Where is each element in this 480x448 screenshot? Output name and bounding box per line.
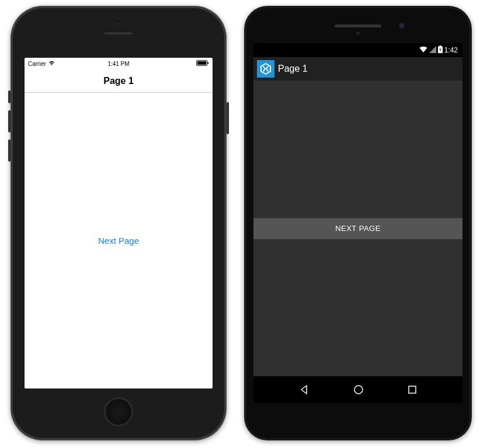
home-button[interactable] — [353, 384, 364, 396]
android-bezel: 1:42 Page 1 NEXT PAGE — [246, 8, 469, 438]
ios-power-button — [227, 102, 229, 134]
battery-icon — [196, 61, 209, 67]
ios-volume-up — [8, 110, 11, 132]
carrier-label: Carrier — [28, 61, 46, 67]
next-page-button[interactable]: Next Page — [98, 236, 139, 246]
svg-rect-8 — [409, 386, 416, 393]
ios-status-bar: Carrier 1:41 PM — [25, 58, 213, 69]
ios-volume-down — [8, 139, 11, 162]
app-icon — [257, 60, 274, 78]
recents-button[interactable] — [407, 384, 418, 395]
ios-front-camera — [117, 21, 121, 25]
android-screen: 1:42 Page 1 NEXT PAGE — [253, 43, 462, 403]
ios-home-button[interactable] — [104, 397, 133, 426]
ios-screen: Carrier 1:41 PM Page 1 Next Page — [25, 58, 213, 388]
page-title: Page 1 — [278, 64, 308, 74]
signal-icon — [429, 46, 436, 55]
ios-mute-switch — [8, 90, 11, 103]
ios-page-content: Next Page — [25, 93, 213, 388]
ios-earpiece — [104, 32, 133, 34]
svg-point-7 — [354, 386, 363, 394]
time-label: 1:41 PM — [107, 61, 129, 67]
android-action-bar: Page 1 — [253, 57, 462, 80]
svg-rect-2 — [208, 62, 209, 64]
time-label: 1:42 — [444, 46, 458, 54]
battery-icon — [438, 46, 443, 55]
ios-bezel: Carrier 1:41 PM Page 1 Next Page — [13, 8, 224, 438]
ios-volume-buttons — [8, 90, 11, 169]
page-title: Page 1 — [103, 76, 134, 86]
android-front-camera — [399, 23, 405, 29]
ios-status-left: Carrier — [28, 61, 55, 67]
back-button[interactable] — [298, 384, 310, 396]
wifi-icon — [419, 46, 427, 55]
next-page-button[interactable]: NEXT PAGE — [253, 218, 462, 239]
android-device-frame: 1:42 Page 1 NEXT PAGE — [244, 6, 472, 440]
svg-rect-4 — [439, 46, 441, 47]
android-status-bar: 1:42 — [253, 43, 462, 57]
ios-navigation-bar: Page 1 — [25, 69, 213, 93]
ios-device-frame: Carrier 1:41 PM Page 1 Next Page — [11, 6, 227, 440]
svg-rect-1 — [197, 61, 206, 65]
android-earpiece — [335, 24, 381, 27]
wifi-icon — [48, 61, 55, 67]
android-page-content: NEXT PAGE — [253, 80, 462, 376]
android-sensor — [356, 32, 360, 35]
android-navigation-bar — [253, 376, 462, 403]
ios-status-right — [196, 60, 209, 67]
